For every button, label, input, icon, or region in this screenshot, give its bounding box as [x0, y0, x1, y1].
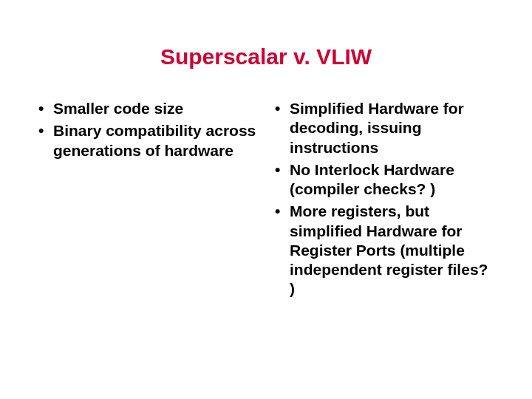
list-item: Simplified Hardware for decoding, issuin… [273, 99, 495, 157]
list-item: More registers, but simplified Hardware … [273, 202, 495, 299]
left-list: Smaller code size Binary compatibility a… [37, 99, 259, 160]
columns: Smaller code size Binary compatibility a… [37, 99, 495, 302]
right-column: Simplified Hardware for decoding, issuin… [273, 99, 495, 302]
left-column: Smaller code size Binary compatibility a… [37, 99, 259, 302]
list-item: No Interlock Hardware (compiler checks? … [273, 160, 495, 200]
right-list: Simplified Hardware for decoding, issuin… [273, 99, 495, 299]
list-item: Binary compatibility across generations … [37, 121, 259, 160]
slide: Superscalar v. VLIW Smaller code size Bi… [0, 0, 532, 399]
slide-title: Superscalar v. VLIW [37, 44, 495, 69]
list-item: Smaller code size [37, 99, 259, 118]
